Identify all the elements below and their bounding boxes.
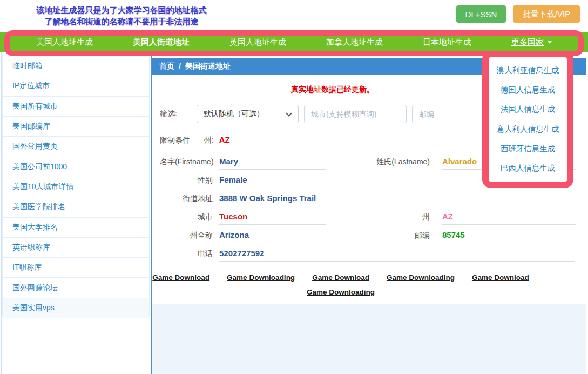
main-navbar: 美国人地址生成 美国人街道地址 英国人地址生成 加拿大地址生成 日本地址生成 更… [0, 32, 588, 52]
dropdown-item-brazil[interactable]: 巴西人信息生成 [501, 163, 556, 173]
game-link[interactable]: Game Downloading [227, 273, 295, 282]
disclaimer-line-1: 该地址生成器只是为了大家学习各国的地址格式 [16, 4, 227, 16]
zip-label: 邮编 [326, 229, 430, 243]
nav-item-us-address[interactable]: 美国人地址生成 [36, 37, 93, 48]
breadcrumb-home-link[interactable]: 首页 [159, 62, 174, 71]
top-header: 该地址生成器只是为了大家学习各国的地址格式 了解地名和街道的名称请不要用于非法用… [0, 0, 588, 32]
state-full-label: 州全称 [160, 229, 213, 243]
sidebar-item-us-top10-cities[interactable]: 美国10大城市详情 [3, 177, 149, 197]
page: 该地址生成器只是为了大家学习各国的地址格式 了解地名和街道的名称请不要用于非法用… [0, 0, 588, 374]
nav-item-canada-address[interactable]: 加拿大地址生成 [326, 37, 383, 48]
sidebar-item-us-all-cities[interactable]: 美国所有城市 [3, 97, 149, 117]
sidebar-item-forums[interactable]: 国外网赚论坛 [3, 278, 149, 298]
form-row-street: 街道地址 3888 W Oak Springs Trail [160, 192, 578, 206]
random-mode-select-value: 默认随机（可选） [204, 109, 264, 119]
zip-value[interactable]: 85745 [442, 229, 576, 243]
sidebar: 临时邮箱 IP定位城市 美国所有城市 美国邮编库 国外常用黄页 美国公司前100… [2, 56, 150, 318]
data-updated-notice: 真实地址数据已经更新。 [152, 85, 513, 95]
nav-item-uk-address[interactable]: 英国人地址生成 [229, 37, 286, 48]
game-link[interactable]: Game Downloading [387, 273, 455, 282]
more-countries-label: 更多国家 [511, 37, 544, 48]
dropdown-item-germany[interactable]: 德国人信息生成 [501, 85, 556, 95]
constraint-state-label: 州: [204, 136, 214, 144]
state-full-value[interactable]: Arizona [219, 229, 326, 243]
filter-label: 筛选: [160, 109, 181, 119]
city-label: 城市 [160, 211, 213, 225]
constraint-state-value: AZ [219, 135, 230, 144]
form-row-phone: 电话 5202727592 [160, 248, 578, 262]
sidebar-item-it-job-titles[interactable]: IT职称库 [3, 258, 149, 278]
site-disclaimer: 该地址生成器只是为了大家学习各国的地址格式 了解地名和街道的名称请不要用于非法用… [16, 4, 227, 27]
constraint-label: 限制条件 [160, 136, 190, 144]
city-value[interactable]: Tucson [219, 211, 326, 225]
random-mode-select[interactable]: 默认随机（可选） [197, 105, 299, 123]
sidebar-item-us-zipcodes[interactable]: 美国邮编库 [3, 117, 149, 137]
chevron-down-icon [286, 110, 292, 116]
state-label: 州 [326, 211, 430, 225]
phone-value[interactable]: 5202727592 [219, 248, 575, 262]
city-filter-input[interactable] [304, 105, 407, 123]
dl-ssn-button[interactable]: DL+SSN [456, 5, 506, 23]
caret-down-icon [548, 41, 552, 44]
sidebar-item-us-university-ranking[interactable]: 美国大学排名 [3, 218, 149, 238]
dropdown-item-italy[interactable]: 意大利人信息生成 [497, 124, 559, 135]
dropdown-item-australia[interactable]: 澳大利亚信息生成 [497, 65, 559, 76]
nav-item-us-street-address[interactable]: 美国人街道地址 [133, 37, 190, 48]
form-row-city-state: 城市 Tucson 州 AZ [160, 211, 578, 225]
game-links-row-1: Game Download Game Downloading Game Down… [163, 273, 519, 282]
phone-label: 电话 [160, 248, 213, 262]
sidebar-item-yellow-pages[interactable]: 国外常用黄页 [3, 137, 149, 157]
game-link[interactable]: Game Download [312, 273, 369, 282]
sidebar-item-us-top1000-companies[interactable]: 美国公司前1000 [3, 157, 149, 177]
sidebar-item-us-vps[interactable]: 美国实用vps [3, 298, 149, 318]
gender-label: 性别 [160, 174, 213, 188]
content-empty-area [152, 304, 586, 374]
nav-item-japan-address[interactable]: 日本地址生成 [423, 37, 471, 48]
lastname-label: 姓氏(Lastname) [326, 156, 430, 170]
sidebar-item-english-job-titles[interactable]: 英语职称库 [3, 238, 149, 258]
sidebar-item-us-medical-schools[interactable]: 美国医学院排名 [3, 197, 149, 217]
breadcrumb-current: 美国街道地址 [185, 62, 231, 71]
game-links-row-2: Game Downloading [163, 288, 519, 296]
game-link[interactable]: Game Download [472, 273, 529, 282]
state-value[interactable]: AZ [442, 211, 576, 225]
sidebar-item-temp-mail[interactable]: 临时邮箱 [3, 56, 149, 76]
game-link[interactable]: Game Downloading [307, 288, 375, 296]
constraint-row: 限制条件 州: AZ [160, 135, 230, 145]
filter-row: 筛选: 默认随机（可选） [160, 105, 515, 123]
game-link[interactable]: Game Download [152, 273, 209, 282]
dropdown-item-spain[interactable]: 西班牙信息生成 [501, 144, 556, 154]
form-row-statefull-zip: 州全称 Arizona 邮编 85745 [160, 229, 578, 243]
firstname-label: 名字(Firstname) [160, 156, 213, 170]
batch-download-vip-button[interactable]: 批量下载/VIP [513, 5, 580, 23]
firstname-value[interactable]: Mary [219, 156, 326, 170]
disclaimer-line-2: 了解地名和街道的名称请不要用于非法用途 [16, 16, 227, 27]
breadcrumb-separator: / [179, 62, 181, 71]
dropdown-item-france[interactable]: 法国人信息生成 [501, 104, 556, 115]
more-countries-dropdown: 澳大利亚信息生成 德国人信息生成 法国人信息生成 意大利人信息生成 西班牙信息生… [482, 51, 573, 188]
street-value[interactable]: 3888 W Oak Springs Trail [219, 192, 575, 206]
nav-item-more-countries[interactable]: 更多国家 [511, 37, 552, 48]
sidebar-item-ip-city[interactable]: IP定位城市 [3, 76, 149, 96]
street-label: 街道地址 [160, 192, 213, 206]
